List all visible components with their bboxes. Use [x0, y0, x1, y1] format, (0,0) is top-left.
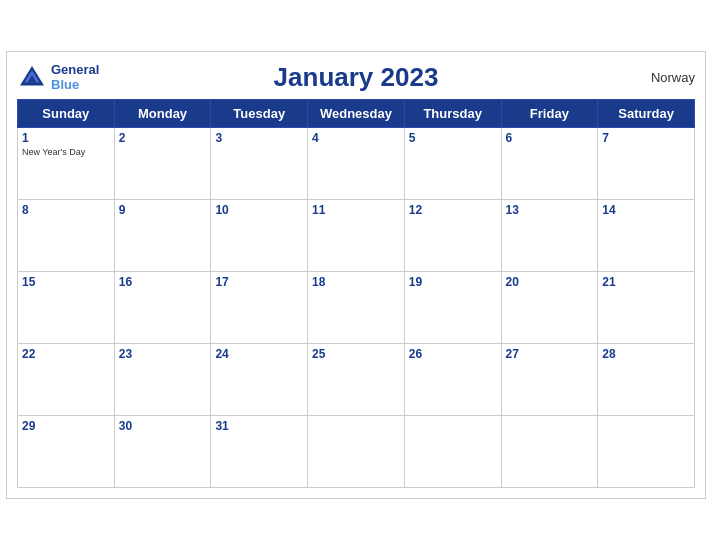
calendar-cell: 5 [404, 128, 501, 200]
calendar-cell: 17 [211, 272, 308, 344]
day-number: 22 [22, 347, 110, 361]
day-number: 15 [22, 275, 110, 289]
calendar-cell: 12 [404, 200, 501, 272]
day-number: 8 [22, 203, 110, 217]
calendar-title: January 2023 [274, 62, 439, 93]
calendar-cell [598, 416, 695, 488]
holiday-label: New Year's Day [22, 147, 110, 157]
logo-area: General Blue [17, 63, 99, 93]
calendar-cell: 3 [211, 128, 308, 200]
calendar-cell: 28 [598, 344, 695, 416]
day-number: 9 [119, 203, 207, 217]
country-label: Norway [651, 70, 695, 85]
day-number: 23 [119, 347, 207, 361]
calendar-cell [404, 416, 501, 488]
day-number: 18 [312, 275, 400, 289]
header-friday: Friday [501, 100, 598, 128]
day-number: 11 [312, 203, 400, 217]
calendar-cell: 30 [114, 416, 211, 488]
day-number: 31 [215, 419, 303, 433]
day-number: 14 [602, 203, 690, 217]
calendar-cell: 20 [501, 272, 598, 344]
header-monday: Monday [114, 100, 211, 128]
day-number: 25 [312, 347, 400, 361]
calendar-cell: 19 [404, 272, 501, 344]
day-number: 5 [409, 131, 497, 145]
day-number: 26 [409, 347, 497, 361]
calendar-cell: 16 [114, 272, 211, 344]
generalblue-logo-icon [17, 63, 47, 93]
day-number: 20 [506, 275, 594, 289]
calendar-cell: 7 [598, 128, 695, 200]
calendar-cell: 26 [404, 344, 501, 416]
header-sunday: Sunday [18, 100, 115, 128]
day-number: 16 [119, 275, 207, 289]
calendar-wrapper: General Blue January 2023 Norway Sunday … [6, 51, 706, 499]
calendar-cell: 1New Year's Day [18, 128, 115, 200]
calendar-cell: 24 [211, 344, 308, 416]
day-number: 24 [215, 347, 303, 361]
calendar-cell: 15 [18, 272, 115, 344]
day-number: 10 [215, 203, 303, 217]
calendar-cell: 11 [308, 200, 405, 272]
calendar-cell: 10 [211, 200, 308, 272]
calendar-cell [501, 416, 598, 488]
header-saturday: Saturday [598, 100, 695, 128]
day-number: 12 [409, 203, 497, 217]
calendar-thead: Sunday Monday Tuesday Wednesday Thursday… [18, 100, 695, 128]
calendar-cell: 25 [308, 344, 405, 416]
day-number: 6 [506, 131, 594, 145]
calendar-table: Sunday Monday Tuesday Wednesday Thursday… [17, 99, 695, 488]
day-number: 27 [506, 347, 594, 361]
calendar-cell: 14 [598, 200, 695, 272]
calendar-cell: 22 [18, 344, 115, 416]
day-number: 7 [602, 131, 690, 145]
calendar-cell: 21 [598, 272, 695, 344]
calendar-cell: 2 [114, 128, 211, 200]
header-tuesday: Tuesday [211, 100, 308, 128]
calendar-cell: 27 [501, 344, 598, 416]
calendar-cell: 18 [308, 272, 405, 344]
day-number: 3 [215, 131, 303, 145]
day-number: 1 [22, 131, 110, 145]
week-row-1: 1New Year's Day234567 [18, 128, 695, 200]
day-number: 29 [22, 419, 110, 433]
calendar-cell: 31 [211, 416, 308, 488]
day-number: 2 [119, 131, 207, 145]
logo-text: General Blue [51, 63, 99, 92]
week-row-5: 293031 [18, 416, 695, 488]
calendar-cell: 29 [18, 416, 115, 488]
header-wednesday: Wednesday [308, 100, 405, 128]
weekday-header-row: Sunday Monday Tuesday Wednesday Thursday… [18, 100, 695, 128]
week-row-4: 22232425262728 [18, 344, 695, 416]
calendar-header: General Blue January 2023 Norway [17, 62, 695, 93]
day-number: 30 [119, 419, 207, 433]
day-number: 21 [602, 275, 690, 289]
day-number: 28 [602, 347, 690, 361]
week-row-2: 891011121314 [18, 200, 695, 272]
day-number: 17 [215, 275, 303, 289]
calendar-cell [308, 416, 405, 488]
calendar-body: 1New Year's Day2345678910111213141516171… [18, 128, 695, 488]
day-number: 19 [409, 275, 497, 289]
calendar-cell: 6 [501, 128, 598, 200]
week-row-3: 15161718192021 [18, 272, 695, 344]
calendar-cell: 8 [18, 200, 115, 272]
calendar-cell: 9 [114, 200, 211, 272]
header-thursday: Thursday [404, 100, 501, 128]
calendar-cell: 4 [308, 128, 405, 200]
calendar-cell: 23 [114, 344, 211, 416]
day-number: 13 [506, 203, 594, 217]
day-number: 4 [312, 131, 400, 145]
calendar-cell: 13 [501, 200, 598, 272]
